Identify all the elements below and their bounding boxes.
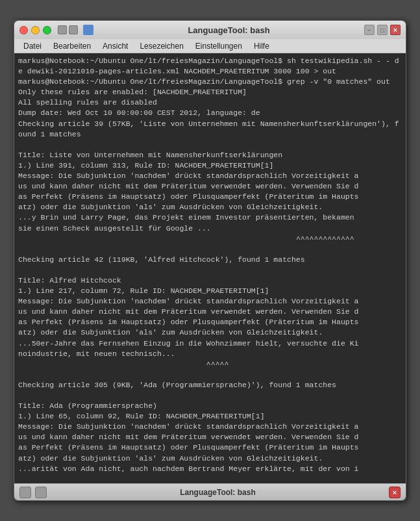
minimize-icon[interactable]: −	[364, 25, 375, 35]
status-terminal-icon[interactable]	[35, 487, 47, 498]
minimize-button[interactable]	[31, 26, 40, 34]
maximize-button[interactable]	[43, 26, 51, 34]
window-title: LanguageTool: bash	[97, 25, 360, 35]
menu-bearbeiten[interactable]: Bearbeiten	[48, 40, 96, 52]
terminal-output[interactable]: markus@Notebook:~/Ubuntu One/lt/freiesMa…	[14, 53, 406, 483]
menu-einstellungen[interactable]: Einstellungen	[190, 40, 247, 52]
restore-icon[interactable]: □	[377, 25, 388, 35]
app-icon	[83, 25, 93, 35]
menubar: Datei Bearbeiten Ansicht Lesezeichen Ein…	[14, 39, 406, 53]
status-close-button[interactable]: ×	[389, 487, 401, 498]
nav-forward-icon[interactable]	[69, 25, 78, 34]
terminal-window: LanguageTool: bash − □ × Datei Bearbeite…	[14, 20, 406, 501]
statusbar: LanguageTool: bash ×	[14, 483, 406, 500]
menu-ansicht[interactable]: Ansicht	[97, 40, 133, 52]
nav-back-icon[interactable]	[58, 25, 67, 34]
titlebar: LanguageTool: bash − □ ×	[14, 21, 406, 39]
menu-lesezeichen[interactable]: Lesezeichen	[134, 40, 188, 52]
window-action-buttons: − □ ×	[364, 25, 401, 35]
menu-hilfe[interactable]: Hilfe	[249, 40, 275, 52]
menu-datei[interactable]: Datei	[18, 40, 47, 52]
close-button[interactable]	[19, 26, 28, 34]
window-controls	[19, 26, 51, 34]
status-files-icon[interactable]	[19, 487, 31, 498]
status-title: LanguageTool: bash	[51, 488, 385, 497]
close-icon[interactable]: ×	[390, 25, 401, 35]
